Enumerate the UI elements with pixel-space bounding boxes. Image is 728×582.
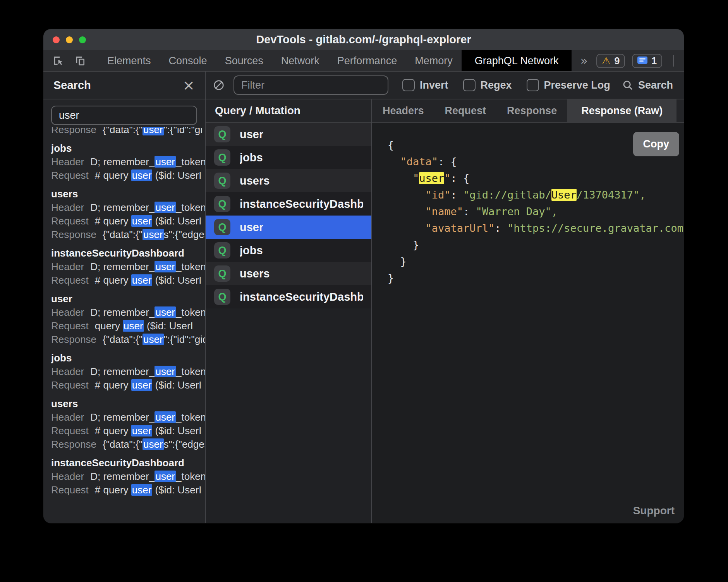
checkbox-box[interactable] <box>402 79 415 91</box>
checkbox-regex[interactable]: Regex <box>463 79 512 91</box>
response-raw-view: { "data": { "user": { "id": "gid://gitla… <box>372 123 684 523</box>
search-result-group-title[interactable]: users <box>51 397 205 411</box>
search-result-row[interactable]: Requestquery user ($id: UserI <box>51 319 205 333</box>
query-list-item-selected[interactable]: Quser <box>206 216 371 239</box>
inspect-element-icon[interactable] <box>51 54 65 68</box>
filter-input[interactable] <box>234 75 388 95</box>
query-list-item[interactable]: Qjobs <box>206 239 371 262</box>
checkbox-invert[interactable]: Invert <box>402 79 448 91</box>
network-region: InvertRegexPreserve Log Search Query / M… <box>206 72 684 523</box>
search-result-field-label: Request <box>51 425 89 436</box>
device-toolbar-icon[interactable] <box>73 54 87 68</box>
search-result-group-title[interactable]: jobs <box>51 351 205 365</box>
tabbar-divider <box>673 55 674 67</box>
json-line: "name": "Warren Day", <box>388 203 684 220</box>
search-result-row[interactable]: Request# query user ($id: UserI <box>51 169 205 182</box>
support-link[interactable]: Support <box>633 505 675 517</box>
search-result-group-title[interactable]: users <box>51 187 205 201</box>
search-result-field-label: Request <box>51 484 89 496</box>
close-details-button[interactable]: × <box>676 99 684 122</box>
search-result-field-label: Header <box>51 366 84 377</box>
query-type-badge: Q <box>214 289 230 305</box>
search-match-highlight: user <box>155 156 176 168</box>
json-line: } <box>388 253 684 270</box>
search-result-field-label: Response <box>51 334 96 345</box>
search-result-row[interactable]: Request# query user ($id: UserI <box>51 274 205 287</box>
search-match-highlight: user <box>131 379 153 391</box>
search-result-group-title[interactable]: instanceSecurityDashboard <box>51 456 205 470</box>
search-match-highlight: user <box>155 366 176 377</box>
clear-log-icon[interactable] <box>213 79 225 91</box>
tab-network[interactable]: Network <box>272 50 328 71</box>
tab-sources[interactable]: Sources <box>216 50 272 71</box>
tab-request[interactable]: Request <box>434 99 497 122</box>
search-result-row[interactable]: HeaderD; remember_user_token=e <box>51 201 205 214</box>
search-result-field-label: Response <box>51 438 96 450</box>
query-list-item[interactable]: QinstanceSecurityDashboard <box>206 192 371 216</box>
devtools-tabs: ElementsConsoleSourcesNetworkPerformance… <box>98 50 462 71</box>
search-result-row[interactable]: Response{"data":{"user":{"id":"gi <box>51 127 205 137</box>
search-result-row[interactable]: Request# query user ($id: UserI <box>51 214 205 228</box>
query-name-label: jobs <box>240 151 263 164</box>
search-match-highlight: user <box>131 484 153 496</box>
search-result-row[interactable]: HeaderD; remember_user_token=e <box>51 411 205 424</box>
search-result-group-title[interactable]: instanceSecurityDashboard <box>51 246 205 260</box>
search-result-group-title[interactable]: jobs <box>51 142 205 155</box>
filter-bar: InvertRegexPreserve Log Search <box>206 72 684 99</box>
search-input-wrap <box>43 99 205 127</box>
json-search-highlight: User <box>551 189 577 201</box>
query-type-badge: Q <box>214 265 230 282</box>
tab-headers[interactable]: Headers <box>372 99 434 122</box>
tab-performance[interactable]: Performance <box>328 50 406 71</box>
search-result-group-title[interactable]: user <box>51 292 205 306</box>
search-result-row[interactable]: HeaderD; remember_user_token=e <box>51 470 205 483</box>
tab-memory[interactable]: Memory <box>406 50 462 71</box>
panel-search-button[interactable]: Search <box>622 79 673 91</box>
search-panel-header: Search × <box>43 72 205 99</box>
tab-response[interactable]: Response <box>496 99 567 122</box>
search-result-row[interactable]: HeaderD; remember_user_token=e <box>51 155 205 169</box>
query-list-item[interactable]: Qjobs <box>206 146 371 169</box>
checkbox-preserve-log[interactable]: Preserve Log <box>527 79 610 91</box>
warnings-badge[interactable]: ⚠ 9 <box>596 54 625 68</box>
more-tabs-icon[interactable]: » <box>572 50 596 71</box>
search-result-row[interactable]: Response{"data":{"users":{"edges <box>51 228 205 241</box>
json-line: } <box>388 236 684 253</box>
copy-button[interactable]: Copy <box>633 132 680 156</box>
tab-console[interactable]: Console <box>160 50 216 71</box>
query-list-item[interactable]: Quser <box>206 123 371 146</box>
query-type-badge: Q <box>214 149 230 166</box>
tab-response-raw[interactable]: Response (Raw) <box>567 99 676 122</box>
close-icon[interactable]: × <box>182 78 195 92</box>
checkbox-box[interactable] <box>527 79 539 91</box>
search-result-row[interactable]: Response{"data":{"users":{"edges <box>51 438 205 451</box>
issues-count: 1 <box>651 55 657 67</box>
json-body: { "data": { "user": { "id": "gid://gitla… <box>388 137 684 286</box>
search-result-row[interactable]: HeaderD; remember_user_token=e <box>51 306 205 319</box>
query-list-item[interactable]: Qusers <box>206 262 371 285</box>
query-list-item[interactable]: QinstanceSecurityDashboard <box>206 285 371 308</box>
query-list-item[interactable]: Qusers <box>206 169 371 192</box>
search-input[interactable] <box>51 106 197 125</box>
search-result-field-label: Header <box>51 306 84 318</box>
window-title: DevTools - gitlab.com/-/graphql-explorer <box>256 33 471 46</box>
search-result-row[interactable]: Request# query user ($id: UserI <box>51 378 205 392</box>
devtools-window: DevTools - gitlab.com/-/graphql-explorer… <box>43 29 684 523</box>
minimize-window-button[interactable] <box>66 36 73 43</box>
close-window-button[interactable] <box>53 36 60 43</box>
search-result-field-label: Request <box>51 274 89 286</box>
search-result-field-label: Response <box>51 229 96 240</box>
devtools-tabbar: ElementsConsoleSourcesNetworkPerformance… <box>43 50 684 72</box>
search-result-row[interactable]: Request# query user ($id: UserI <box>51 483 205 497</box>
zoom-window-button[interactable] <box>79 36 86 43</box>
search-result-row[interactable]: Request# query user ($id: UserI <box>51 424 205 438</box>
issues-badge[interactable]: 1 <box>632 54 662 68</box>
search-result-row[interactable]: HeaderD; remember_user_token=e <box>51 260 205 274</box>
tab-elements[interactable]: Elements <box>98 50 160 71</box>
search-match-highlight: user <box>143 127 164 135</box>
search-result-row[interactable]: Response{"data":{"user":{"id":"gid <box>51 333 205 346</box>
search-result-row[interactable]: HeaderD; remember_user_token=e <box>51 365 205 378</box>
tabbar-icons <box>43 50 91 71</box>
tab-graphql-network[interactable]: GraphQL Network <box>462 50 572 71</box>
checkbox-box[interactable] <box>463 79 476 91</box>
